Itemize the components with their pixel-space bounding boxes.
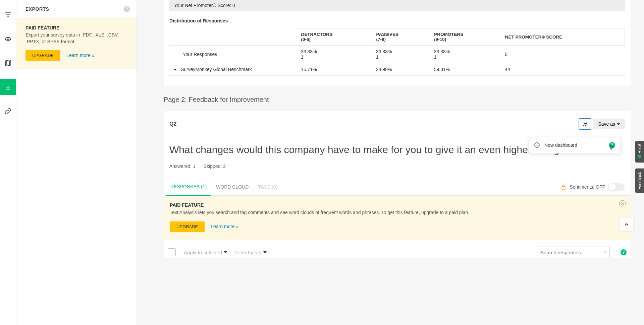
table-row: SurveyMonkey Global Benchmark 15.71% 24.…	[169, 63, 625, 76]
apply-to-selected-button[interactable]: Apply to selected	[184, 250, 227, 255]
skipped-count: Skipped: 2	[204, 164, 226, 169]
chevron-up-icon	[624, 221, 630, 227]
left-rail	[0, 0, 16, 325]
rail-filter[interactable]	[0, 7, 16, 23]
responses-toolbar: Apply to selected Filter by tag ?	[164, 240, 631, 258]
col-npscore: NET PROMOTER® SCORE	[501, 28, 625, 46]
rail-map[interactable]	[0, 55, 16, 71]
sidebar: EXPORTS ? PAID FEATURE Export your surve…	[16, 0, 137, 325]
upgrade-button[interactable]: UPGRADE	[25, 50, 60, 61]
upgrade-button[interactable]: UPGRADE	[170, 221, 205, 232]
paid-feature-label: PAID FEATURE	[25, 25, 127, 30]
pin-button[interactable]	[579, 118, 591, 130]
answered-count: Answered: 1	[169, 164, 196, 169]
sidebar-title: EXPORTS	[25, 6, 49, 12]
rail-preview[interactable]	[0, 31, 16, 47]
sentiments-label: Sentiments: OFF	[570, 184, 605, 190]
question-number: Q2	[169, 121, 176, 127]
svg-point-3	[604, 252, 606, 253]
distribution-table: DETRACTORS(0-6) PASSIVES(7-8) PROMOTERS(…	[169, 28, 625, 76]
tab-wordcloud[interactable]: WORD CLOUD	[211, 179, 253, 195]
rail-export[interactable]	[0, 79, 16, 95]
search-responses-wrap	[537, 247, 610, 258]
q2-tabs: RESPONSES (1) WORD CLOUD TAGS (0) Sentim…	[164, 179, 631, 196]
link-icon	[4, 108, 12, 115]
svg-point-0	[7, 38, 9, 40]
svg-rect-2	[562, 187, 565, 189]
chevron-down-icon	[263, 251, 267, 253]
table-row: Your Responses 33.33%1 33.33%1 33.33%1 0	[169, 46, 625, 63]
col-detractors: DETRACTORS(0-6)	[297, 28, 372, 46]
new-dashboard-item[interactable]: New dashboard	[534, 142, 577, 148]
col-promoters: PROMOTERS(9-10)	[430, 28, 501, 46]
q2-card: Q2 Save as New dashboard ?	[164, 111, 631, 258]
q1-card: Your Net Promoter® Score: 0 Distribution…	[164, 0, 631, 86]
chevron-down-icon	[224, 251, 227, 253]
page-title: Page 2: Feedback for Improvement	[164, 96, 631, 104]
promo-description: Export your survey data in .PDF, .XLS, .…	[25, 32, 127, 45]
expand-row-toggle[interactable]	[173, 69, 177, 71]
download-icon	[4, 83, 12, 91]
chevron-down-icon	[617, 123, 620, 125]
search-icon	[604, 250, 606, 255]
pin-dropdown: New dashboard ?	[529, 137, 621, 153]
sentiments-toggle[interactable]	[608, 183, 625, 191]
col-passives: PASSIVES(7-8)	[372, 28, 430, 46]
rail-share[interactable]	[0, 103, 16, 119]
help-icon[interactable]: ?	[124, 6, 130, 12]
map-icon	[4, 59, 12, 67]
search-input[interactable]	[540, 250, 604, 255]
paid-feature-label: PAID FEATURE	[170, 202, 625, 208]
close-icon[interactable]: ✕	[619, 200, 626, 207]
plus-circle-icon	[534, 142, 540, 148]
nps-score-box: Your Net Promoter® Score: 0	[169, 0, 625, 11]
cursor-icon	[609, 144, 615, 150]
learn-more-link[interactable]: Learn more »	[211, 224, 238, 229]
scroll-to-top-button[interactable]	[620, 218, 633, 231]
filter-by-tag-button[interactable]: Filter by tag	[235, 250, 266, 255]
promo-description: Text Analysis lets you search and tag co…	[170, 209, 478, 216]
learn-more-link[interactable]: Learn more »	[66, 53, 94, 58]
lock-icon	[561, 184, 566, 190]
distribution-title: Distribution of Responses	[164, 18, 631, 23]
select-all-checkbox[interactable]	[168, 248, 176, 256]
help-icon[interactable]: ?	[621, 249, 627, 255]
feedback-tab[interactable]: Feedback	[635, 169, 644, 193]
tab-tags[interactable]: TAGS (0)	[253, 179, 282, 195]
save-as-button[interactable]: Save as	[593, 119, 625, 129]
help-tab[interactable]: Help!	[635, 141, 644, 162]
pin-icon	[582, 121, 588, 127]
export-promo: PAID FEATURE Export your survey data in …	[16, 18, 137, 69]
main-content: Your Net Promoter® Score: 0 Distribution…	[137, 0, 644, 325]
tab-responses[interactable]: RESPONSES (1)	[166, 179, 211, 196]
eye-icon	[4, 35, 12, 43]
text-analysis-promo: ✕ PAID FEATURE Text Analysis lets you se…	[164, 196, 631, 240]
filter-icon	[4, 11, 12, 18]
